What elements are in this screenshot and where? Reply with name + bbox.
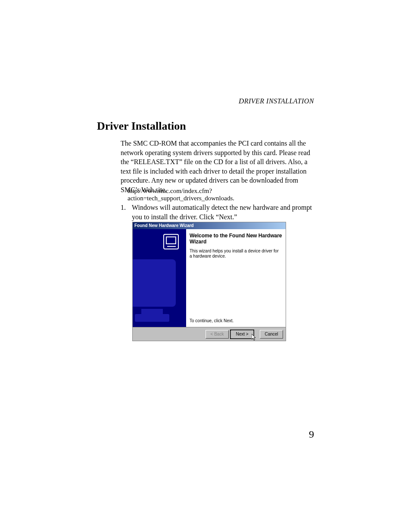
hardware-icon <box>133 229 186 327</box>
running-header-text: RIVER INSTALLATION <box>244 97 314 105</box>
wizard-welcome-heading: Welcome to the Found New Hardware Wizard <box>190 233 282 245</box>
back-button[interactable]: < Back <box>206 330 229 339</box>
section-title: Driver Installation <box>97 120 186 133</box>
step-1: 1. Windows will automatically detect the… <box>121 203 314 221</box>
wizard-button-row: < Back Next > Cancel <box>133 327 286 341</box>
intro-paragraph: The SMC CD-ROM that accompanies the PCI … <box>121 139 312 195</box>
wizard-body: Welcome to the Found New Hardware Wizard… <box>133 229 286 327</box>
cancel-button[interactable]: Cancel <box>260 330 283 339</box>
wizard-description: This wizard helps you install a device d… <box>190 249 282 259</box>
wizard-sidebar-graphic <box>133 229 186 327</box>
download-url: http://www.smc.com/index.cfm?action=tech… <box>128 187 317 202</box>
wizard-dialog: Found New Hardware Wizard <box>132 222 286 341</box>
running-header: DRIVER INSTALLATION <box>239 97 314 106</box>
wizard-titlebar: Found New Hardware Wizard <box>133 222 286 229</box>
page-number: 9 <box>309 429 314 440</box>
document-page: DRIVER INSTALLATION Driver Installation … <box>0 0 411 532</box>
step-1-number: 1. <box>121 203 126 212</box>
svg-rect-1 <box>133 259 176 307</box>
step-1-text: Windows will automatically detect the ne… <box>121 203 314 221</box>
wizard-continue-hint: To continue, click Next. <box>190 318 234 323</box>
wizard-content: Welcome to the Found New Hardware Wizard… <box>190 233 282 324</box>
svg-rect-3 <box>135 314 169 322</box>
running-header-d: D <box>239 97 244 105</box>
svg-rect-2 <box>141 309 163 314</box>
next-button[interactable]: Next > <box>230 330 254 339</box>
